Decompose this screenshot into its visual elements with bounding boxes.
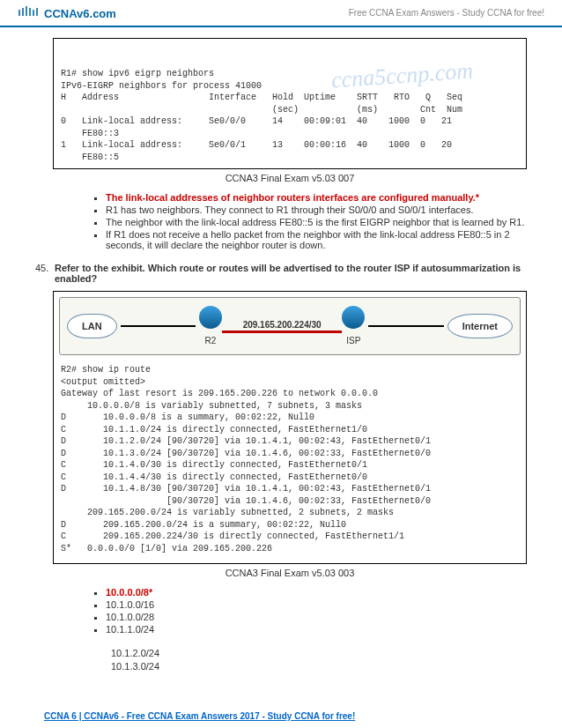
exhibit-caption: CCNA3 Final Exam v5.03 007	[53, 173, 527, 183]
cli-output-eigrp: ccna5ccnp.com R1# show ipv6 eigrp neighb…	[53, 38, 527, 169]
exhibit-box: LAN R2 209.165.200.224/30 ISP Internet R…	[53, 291, 527, 564]
header-tagline: Free CCNA Exam Answers - Study CCNA for …	[349, 8, 544, 18]
subnet-label: 209.165.200.224/30	[243, 319, 322, 331]
cli-line: FE80::5	[61, 152, 119, 162]
question-45: 45. Refer to the exhibit. Which route or…	[35, 263, 527, 284]
answer-option: The neighbor with the link-local address…	[106, 217, 527, 227]
router-r2-group: R2	[199, 306, 222, 346]
cli-line: H Address Interface Hold Uptime SRTT RTO…	[61, 93, 462, 102]
cli-line: FE80::3	[61, 129, 119, 138]
router-icon	[199, 306, 222, 329]
page-content: ccna5ccnp.com R1# show ipv6 eigrp neighb…	[0, 27, 562, 685]
cli-output-routes: R2# show ip route <output omitted> Gatew…	[59, 360, 521, 558]
page-header: CCNAv6.com Free CCNA Exam Answers - Stud…	[0, 0, 562, 27]
network-topology: LAN R2 209.165.200.224/30 ISP Internet	[59, 297, 521, 355]
site-logo: CCNAv6.com	[18, 5, 116, 20]
link-line	[368, 325, 443, 327]
lan-cloud: LAN	[67, 314, 117, 339]
router-label: R2	[199, 335, 222, 347]
answer-option: 10.0.0.0/8*	[106, 587, 527, 598]
router-icon	[342, 306, 365, 329]
answer-option: 10.1.3.0/24	[111, 660, 527, 673]
question-number: 45.	[35, 263, 55, 284]
cli-line: IPv6-EIGRP neighbors for process 41000	[61, 81, 262, 91]
serial-link-line	[222, 331, 342, 333]
cli-line: 1 Link-local address: Se0/0/1 13 00:00:1…	[61, 140, 452, 150]
watermark-text: ccna5ccnp.com	[330, 55, 474, 95]
answer-list-45: 10.0.0.0/8* 10.1.0.0/16 10.1.0.0/28 10.1…	[106, 587, 527, 635]
wan-link: 209.165.200.224/30	[222, 319, 342, 334]
answer-option: The link-local addresses of neighbor rou…	[106, 192, 527, 203]
cisco-bars-icon	[18, 5, 41, 20]
router-isp-group: ISP	[342, 306, 365, 346]
page-footer-link[interactable]: CCNA 6 | CCNAv6 - Free CCNA Exam Answers…	[0, 685, 562, 728]
correct-answer: 10.0.0.0/8*	[106, 587, 152, 598]
cli-line: 0 Link-local address: Se0/0/0 14 00:09:0…	[61, 116, 452, 126]
router-label: ISP	[342, 335, 365, 347]
logo-text: CCNAv6.com	[44, 7, 116, 20]
correct-answer: The link-local addresses of neighbor rou…	[106, 192, 479, 203]
internet-cloud: Internet	[447, 314, 513, 339]
answer-option: If R1 does not receive a hello packet fr…	[106, 229, 527, 250]
answer-list-44: The link-local addresses of neighbor rou…	[106, 192, 527, 250]
exhibit-caption: CCNA3 Final Exam v5.03 003	[53, 568, 527, 578]
answer-option: 10.1.1.0/24	[106, 624, 527, 635]
answer-option: 10.1.0.0/16	[106, 599, 527, 610]
question-text: Refer to the exhibit. Which route or rou…	[55, 263, 527, 284]
link-line	[121, 325, 196, 327]
cli-line: (sec) (ms) Cnt Num	[61, 105, 462, 115]
cli-line: R1# show ipv6 eigrp neighbors	[61, 69, 214, 78]
answer-option: 10.1.0.0/28	[106, 612, 527, 622]
answer-option: R1 has two neighbors. They connect to R1…	[106, 204, 527, 215]
answer-option: 10.1.2.0/24	[111, 647, 527, 660]
